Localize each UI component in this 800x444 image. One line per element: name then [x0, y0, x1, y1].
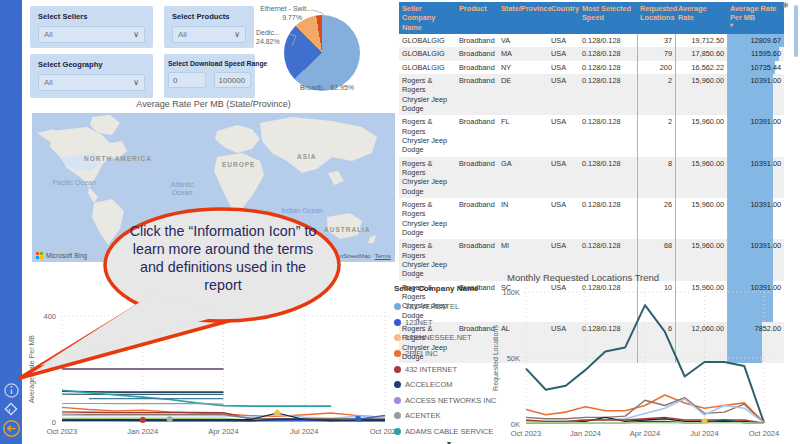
svg-text:400: 400	[43, 312, 56, 321]
table-cell: 11595.60	[727, 47, 784, 60]
table-cell: Rogers & Rogers Chrysler Jeep Dodge	[399, 157, 456, 198]
table-cell: Broadband	[456, 157, 498, 198]
svg-text:Oct 2023: Oct 2023	[511, 429, 541, 438]
table-cell: 10391.00	[727, 157, 784, 198]
callout-text: Click the “Information Icon” to learn mo…	[120, 222, 326, 295]
table-header-row[interactable]: Seller Company NameProductState/Province…	[399, 2, 784, 34]
legend-dot-icon	[394, 366, 401, 373]
legend-label: ACCESS NETWORKS INC	[405, 396, 496, 405]
back-arrow-icon[interactable]	[0, 419, 22, 442]
column-header[interactable]: Average Rate	[675, 2, 727, 34]
chevron-down-icon: ∨	[133, 79, 139, 87]
map-terms-link[interactable]: Terms	[375, 253, 391, 259]
speed-min-input[interactable]: 0	[168, 72, 206, 88]
table-cell: Broadband	[456, 34, 498, 47]
table-cell: 0.128/0.128	[579, 74, 637, 115]
monthly-requested-locations-chart[interactable]: Oct 2023Jan 2024Apr 2024Jul 2024Oct 2024…	[488, 284, 796, 440]
column-header[interactable]: Country	[548, 2, 579, 34]
map-title: Average Rate Per MB (State/Province)	[32, 99, 395, 109]
column-header[interactable]: Seller Company Name	[399, 2, 456, 34]
table-cell: 0.128/0.128	[579, 34, 637, 47]
data-bar-value: 10391.00	[751, 159, 781, 168]
column-header[interactable]: Average Rate Per MB▾	[727, 2, 784, 34]
table-cell: Rogers & Rogers Chrysler Jeep Dodge	[399, 115, 456, 156]
table-row[interactable]: GLOBALGIGBroadbandVAUSA0.128/0.1283719,7…	[399, 34, 784, 47]
data-bar-value: 10391.00	[751, 241, 781, 250]
svg-text:Apr 2024: Apr 2024	[208, 427, 238, 436]
data-bar-value: 10391.00	[751, 76, 781, 85]
table-cell: NY	[498, 61, 548, 74]
sellers-dropdown[interactable]: All ∨	[38, 26, 145, 43]
table-cell: Rogers & Rogers Chrysler Jeep Dodge	[399, 74, 456, 115]
table-row[interactable]: Rogers & Rogers Chrysler Jeep DodgeBroad…	[399, 74, 784, 115]
table-cell: USA	[548, 198, 579, 239]
column-header[interactable]: Most Selected Speed	[579, 2, 637, 34]
table-cell: IN	[498, 198, 548, 239]
table-cell: 10391.00	[727, 74, 784, 115]
table-cell: 8	[637, 157, 675, 198]
table-cell: Broadband	[456, 61, 498, 74]
table-cell: 0.128/0.128	[579, 157, 637, 198]
svg-text:Average Rate Per MB: Average Rate Per MB	[28, 335, 36, 403]
table-cell: 10735.44	[727, 61, 784, 74]
geography-dropdown[interactable]: All ∨	[38, 74, 145, 91]
map-label-australia: AUSTRALIA	[324, 226, 371, 233]
column-header[interactable]: Requested Locations	[637, 2, 675, 34]
table-scrollbar-thumb[interactable]	[794, 5, 798, 57]
table-cell: 19,712.50	[675, 34, 727, 47]
svg-text:50K: 50K	[507, 354, 520, 363]
legend-dot-icon	[394, 428, 401, 435]
legend-label: ACENTEK	[405, 411, 440, 420]
info-icon[interactable]	[0, 382, 22, 403]
table-cell: 26	[637, 198, 675, 239]
eraser-icon[interactable]	[0, 401, 22, 421]
column-header[interactable]: Product	[456, 2, 498, 34]
sellers-dropdown-value: All	[44, 30, 53, 39]
svg-text:Oct 2024: Oct 2024	[749, 429, 779, 438]
table-cell: 0.128/0.128	[579, 61, 637, 74]
table-cell: Broadband	[456, 74, 498, 115]
svg-text:Apr 2024: Apr 2024	[630, 429, 660, 438]
svg-text:100K: 100K	[502, 288, 520, 297]
table-row[interactable]: Rogers & Rogers Chrysler Jeep DodgeBroad…	[399, 115, 784, 156]
table-cell: USA	[548, 47, 579, 60]
table-cell: USA	[548, 74, 579, 115]
microsoft-logo-icon	[36, 252, 43, 259]
filter-label: Select Sellers	[38, 12, 145, 21]
table-cell: FL	[498, 115, 548, 156]
table-cell: 10391.00	[727, 198, 784, 239]
table-cell: 15,960.00	[675, 115, 727, 156]
visual-options-icon[interactable]: ✱	[782, 1, 789, 10]
table-row[interactable]: Rogers & Rogers Chrysler Jeep DodgeBroad…	[399, 198, 784, 239]
powerbi-report: Select Sellers All ∨ Select Products All…	[0, 0, 800, 444]
table-row[interactable]: GLOBALGIGBroadbandMAUSA0.128/0.1287917,8…	[399, 47, 784, 60]
column-header[interactable]: State/Province	[498, 2, 548, 34]
legend-label: ACCELECOM	[405, 380, 453, 389]
filter-select-geography: Select Geography All ∨	[30, 54, 153, 98]
svg-text:Jan 2024: Jan 2024	[127, 427, 158, 436]
table-cell: GA	[498, 157, 548, 198]
average-rate-per-mb-line-chart[interactable]: Oct 2023Jan 2024Apr 2024Jul 2024Oct 2024…	[28, 294, 396, 444]
legend-label: 2PIFI INC	[405, 349, 438, 358]
legend-dot-icon	[394, 350, 401, 357]
table-cell: VA	[498, 34, 548, 47]
product-share-pie-chart[interactable]: Ethernet - Swit... 9.77% Dedic... 24.82%…	[238, 0, 398, 100]
svg-text:Oct 2023: Oct 2023	[47, 427, 77, 436]
table-cell: 15,960.00	[675, 239, 727, 280]
products-dropdown[interactable]: All ∨	[172, 26, 246, 43]
data-bar-value: 12809.67	[751, 36, 781, 45]
table-cell: 17,850.60	[675, 47, 727, 60]
table-row[interactable]: GLOBALGIGBroadbandNYUSA0.128/0.12820016,…	[399, 61, 784, 74]
table-row[interactable]: Rogers & Rogers Chrysler Jeep DodgeBroad…	[399, 157, 784, 198]
legend-more-chevron[interactable]: ▼	[394, 440, 504, 444]
table-cell: 15,960.00	[675, 157, 727, 198]
table-cell: 10391.00	[727, 115, 784, 156]
map-label-pacific-ocean: Pacific Ocean	[52, 179, 96, 187]
legend-label: 432 INTERNET	[405, 365, 457, 374]
table-cell: 0.128/0.128	[579, 198, 637, 239]
table-cell: 16,562.22	[675, 61, 727, 74]
table-cell: 0.128/0.128	[579, 115, 637, 156]
table-cell: 15,960.00	[675, 74, 727, 115]
data-bar-value: 10391.00	[751, 117, 781, 126]
table-cell: GLOBALGIG	[399, 47, 456, 60]
